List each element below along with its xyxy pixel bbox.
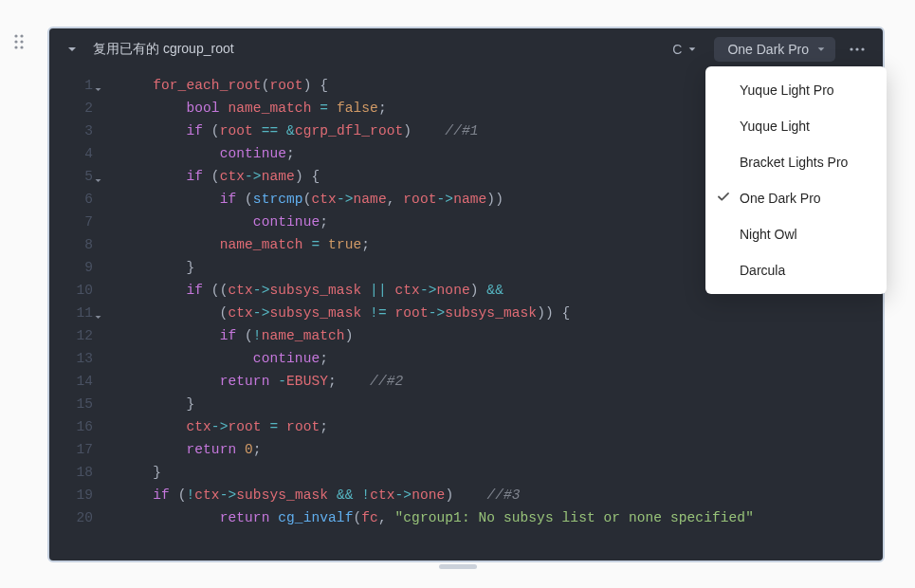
line-number: 19 [49,484,93,506]
language-label: C [672,42,682,57]
fold-toggle-icon[interactable] [94,306,102,329]
theme-label: One Dark Pro [727,42,809,57]
drag-handle-icon[interactable] [13,33,25,50]
line-number: 16 [49,415,93,438]
svg-point-8 [861,47,864,50]
line-number: 20 [49,506,93,529]
line-number: 9 [49,256,93,279]
code-line[interactable]: if (!ctx->subsys_mask && !ctx->none) //#… [119,484,883,506]
line-number: 18 [49,461,93,484]
svg-point-5 [20,46,23,48]
svg-point-4 [14,46,17,48]
theme-option[interactable]: One Dark Pro [705,180,887,216]
theme-option-label: Bracket Lights Pro [740,155,848,170]
theme-option[interactable]: Night Owl [705,216,887,252]
svg-point-6 [850,47,852,50]
check-icon [717,191,730,207]
theme-option-label: One Dark Pro [740,191,821,206]
line-number: 4 [49,142,93,165]
svg-point-0 [14,34,17,37]
theme-option[interactable]: Yuque Light Pro [705,72,887,108]
line-number: 17 [49,438,93,461]
line-number: 3 [49,119,93,142]
line-number: 12 [49,324,93,347]
line-number: 6 [49,188,93,211]
code-line[interactable]: continue; [119,347,883,370]
theme-option-label: Yuque Light [740,119,810,134]
code-line[interactable]: ctx->root = root; [119,415,883,438]
line-number: 8 [49,233,93,256]
line-number: 7 [49,211,93,233]
block-title[interactable]: 复用已有的 cgroup_root [93,41,234,58]
svg-point-3 [20,40,23,43]
code-line[interactable]: } [119,461,883,484]
code-line[interactable]: return cg_invalf(fc, "cgroup1: No subsys… [119,506,883,529]
fold-toggle-icon[interactable] [94,79,102,101]
line-number: 14 [49,370,93,393]
more-menu-button[interactable] [845,37,869,62]
fold-toggle-icon[interactable] [94,170,102,193]
code-line[interactable]: (ctx->subsys_mask != root->subsys_mask))… [119,302,883,324]
line-number: 10 [49,279,93,302]
theme-option-label: Night Owl [740,227,797,242]
language-selector[interactable]: C [665,38,705,61]
theme-option[interactable]: Bracket Lights Pro [705,144,887,180]
line-number: 2 [49,97,93,119]
code-line[interactable]: } [119,393,883,415]
line-number: 15 [49,393,93,415]
line-number: 13 [49,347,93,370]
theme-selector[interactable]: One Dark Pro Yuque Light ProYuque LightB… [714,37,835,62]
code-block: 复用已有的 cgroup_root C One Dark Pro Yuque L… [47,27,885,562]
theme-option-label: Darcula [740,263,785,278]
theme-option-label: Yuque Light Pro [740,83,834,98]
svg-point-7 [855,47,858,50]
line-number: 1 [49,74,93,97]
code-line[interactable]: return 0; [119,438,883,461]
collapse-toggle[interactable] [66,44,78,55]
theme-option[interactable]: Yuque Light [705,108,887,144]
code-line[interactable]: return -EBUSY; //#2 [119,370,883,393]
line-number: 5 [49,165,93,188]
resize-handle[interactable] [439,564,477,569]
line-gutter: 1234567891011121314151617181920 [49,70,102,555]
line-number: 11 [49,302,93,324]
toolbar: 复用已有的 cgroup_root C One Dark Pro Yuque L… [49,28,883,70]
svg-point-1 [20,34,23,37]
theme-dropdown: Yuque Light ProYuque LightBracket Lights… [705,66,887,294]
svg-point-2 [14,40,17,43]
theme-option[interactable]: Darcula [705,252,887,288]
code-line[interactable]: if (!name_match) [119,324,883,347]
